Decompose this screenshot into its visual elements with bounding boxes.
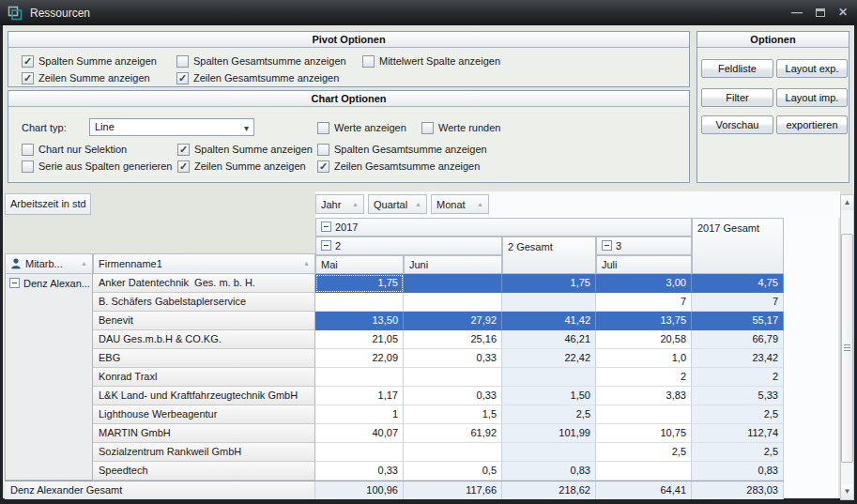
checkbox-chart-spalten-gesamtsumme[interactable]: ✓ Spalten Gesamtsumme anzeigen bbox=[317, 143, 487, 156]
vertical-scrollbar[interactable]: ▲ ▼ bbox=[840, 194, 854, 500]
exportieren-button[interactable]: exportieren bbox=[776, 115, 848, 134]
value-cell[interactable]: 55,17 bbox=[692, 312, 784, 330]
row-header-cell[interactable]: Konrad Traxl bbox=[93, 368, 315, 387]
checkbox-pivot-spalten-gesamtsumme[interactable]: ✓ Spalten Gesamtsumme anzeigen bbox=[176, 54, 346, 68]
field-button-firmenname[interactable]: Firmenname1 ▲ bbox=[93, 253, 315, 274]
value-cell[interactable]: 10,75 bbox=[596, 424, 692, 443]
col-group-q2[interactable]: 2 bbox=[315, 237, 502, 255]
value-cell[interactable]: 46,21 bbox=[502, 330, 596, 349]
checkbox-chart-zeilen-summe[interactable]: ✓ Zeilen Summe anzeigen bbox=[177, 160, 306, 173]
value-cell[interactable] bbox=[404, 293, 502, 312]
row-header-cell[interactable]: Lighthouse Werbeagentur bbox=[93, 405, 315, 424]
value-cell[interactable]: 66,79 bbox=[692, 330, 784, 349]
layout-export-button[interactable]: Layout exp. bbox=[776, 59, 848, 78]
scrollbar-thumb[interactable] bbox=[841, 234, 853, 463]
collapse-icon[interactable] bbox=[321, 221, 331, 232]
value-cell[interactable]: 0,83 bbox=[692, 462, 784, 481]
value-cell[interactable]: 1,5 bbox=[404, 405, 502, 424]
col-juni[interactable]: Juni bbox=[404, 255, 502, 274]
row-header-cell[interactable]: DAU Ges.m.b.H & CO.KG. bbox=[93, 330, 315, 349]
row-header-cell[interactable]: Speedtech bbox=[93, 462, 315, 481]
value-cell[interactable]: 27,92 bbox=[404, 312, 502, 330]
value-cell[interactable]: 112,74 bbox=[692, 424, 784, 443]
value-cell[interactable] bbox=[404, 368, 502, 387]
value-cell[interactable]: 101,99 bbox=[502, 424, 596, 443]
collapse-icon[interactable] bbox=[602, 240, 612, 251]
value-cell[interactable]: 23,42 bbox=[692, 349, 784, 368]
value-cell[interactable]: 61,92 bbox=[404, 424, 502, 443]
row-header-cell[interactable]: Anker Datentechnik Ges. m. b. H. bbox=[93, 274, 315, 293]
checkbox-pivot-zeilen-gesamtsumme[interactable]: ✓ Zeilen Gesamtsumme anzeigen bbox=[176, 71, 339, 84]
row-header-cell[interactable]: Benevit bbox=[93, 312, 315, 330]
value-cell[interactable]: 1,75 bbox=[315, 274, 404, 293]
value-cell[interactable]: 41,42 bbox=[502, 312, 596, 330]
value-cell[interactable]: 22,09 bbox=[315, 349, 404, 368]
field-button-quartal[interactable]: Quartal ▲ bbox=[368, 194, 427, 214]
col-juli[interactable]: Juli bbox=[596, 255, 692, 274]
row-header-cell[interactable]: B. Schäfers Gabelstaplerservice bbox=[93, 293, 315, 312]
value-cell[interactable] bbox=[596, 405, 692, 424]
value-cell[interactable]: 20,58 bbox=[596, 330, 692, 349]
field-button-jahr[interactable]: Jahr ▲ bbox=[315, 194, 364, 214]
value-cell[interactable]: 3,00 bbox=[596, 274, 692, 293]
col-group-2017[interactable]: 2017 bbox=[315, 218, 692, 237]
value-cell[interactable]: 40,07 bbox=[315, 424, 404, 443]
value-cell[interactable] bbox=[315, 443, 404, 462]
value-cell[interactable] bbox=[315, 293, 404, 312]
row-header-cell[interactable]: MARTIN GmbH bbox=[93, 424, 315, 443]
value-cell[interactable] bbox=[404, 274, 502, 293]
value-cell[interactable]: 25,16 bbox=[404, 330, 502, 349]
value-cell[interactable]: 0,5 bbox=[404, 462, 502, 481]
vorschau-button[interactable]: Vorschau bbox=[701, 115, 773, 134]
checkbox-chart-spalten-summe[interactable]: ✓ Spalten Summe anzeigen bbox=[177, 143, 313, 156]
value-cell[interactable]: 1,75 bbox=[502, 274, 596, 293]
field-button-monat[interactable]: Monat ▲ bbox=[431, 194, 489, 214]
value-cell[interactable]: 1,50 bbox=[502, 387, 596, 405]
value-cell[interactable]: 2,5 bbox=[692, 405, 784, 424]
value-cell[interactable]: 7 bbox=[596, 293, 692, 312]
close-button[interactable]: ✕ bbox=[838, 0, 848, 25]
row-header-cell[interactable]: Sozialzentrum Rankweil GmbH bbox=[93, 443, 315, 462]
checkbox-pivot-mittelwert[interactable]: ✓ Mittelwert Spalte anzeigen bbox=[362, 54, 500, 68]
value-cell[interactable] bbox=[502, 443, 596, 462]
value-cell[interactable]: 5,33 bbox=[692, 387, 784, 405]
value-cell[interactable] bbox=[502, 293, 596, 312]
value-cell[interactable]: 2,5 bbox=[692, 443, 784, 462]
col-mai[interactable]: Mai bbox=[315, 255, 404, 274]
maximize-button[interactable] bbox=[816, 0, 825, 25]
col-group-q3[interactable]: 3 bbox=[596, 237, 692, 255]
data-field-button[interactable]: Arbeitszeit in std bbox=[5, 193, 91, 215]
chart-type-select[interactable]: Line ▾ bbox=[89, 118, 254, 136]
checkbox-werte-anzeigen[interactable]: ✓ Werte anzeigen bbox=[317, 121, 406, 134]
value-cell[interactable]: 4,75 bbox=[692, 274, 784, 293]
value-cell[interactable]: 0,33 bbox=[404, 387, 502, 405]
checkbox-serie-aus-spalten[interactable]: ✓ Serie aus Spalten generieren bbox=[22, 160, 172, 173]
value-cell[interactable]: 1 bbox=[315, 405, 404, 424]
checkbox-pivot-spalten-summe[interactable]: ✓ Spalten Summe anzeigen bbox=[22, 54, 157, 68]
filter-button[interactable]: Filter bbox=[701, 88, 773, 107]
row-header-cell[interactable]: L&K Land- und Kraftfahrzeugtechnik GmbH bbox=[93, 387, 315, 405]
value-cell[interactable] bbox=[596, 462, 692, 481]
checkbox-chart-nur-selektion[interactable]: ✓ Chart nur Selektion bbox=[22, 143, 127, 156]
minimize-button[interactable]: — bbox=[791, 0, 803, 25]
value-cell[interactable]: 13,50 bbox=[315, 312, 404, 330]
value-cell[interactable]: 0,33 bbox=[404, 349, 502, 368]
value-cell[interactable] bbox=[315, 368, 404, 387]
feldliste-button[interactable]: Feldliste bbox=[701, 59, 773, 78]
value-cell[interactable]: 2 bbox=[596, 368, 692, 387]
field-button-mitarbeiter[interactable]: Mitarb... ▲ bbox=[5, 253, 93, 274]
collapse-icon[interactable] bbox=[321, 240, 331, 251]
scroll-down-button[interactable]: ▼ bbox=[841, 484, 853, 499]
value-cell[interactable]: 22,42 bbox=[502, 349, 596, 368]
value-cell[interactable] bbox=[404, 443, 502, 462]
col-q2-gesamt[interactable]: 2 Gesamt bbox=[502, 237, 596, 274]
row-group-denz[interactable]: Denz Alexan... bbox=[5, 274, 93, 481]
checkbox-chart-zeilen-gesamtsumme[interactable]: ✓ Zeilen Gesamtsumme anzeigen bbox=[317, 160, 480, 173]
checkbox-pivot-zeilen-summe[interactable]: ✓ Zeilen Summe anzeigen bbox=[22, 71, 150, 84]
col-2017-gesamt[interactable]: 2017 Gesamt bbox=[692, 218, 784, 274]
collapse-icon[interactable] bbox=[9, 278, 20, 288]
value-cell[interactable]: 13,75 bbox=[596, 312, 692, 330]
value-cell[interactable]: 1,17 bbox=[315, 387, 404, 405]
value-cell[interactable]: 2,5 bbox=[596, 443, 692, 462]
checkbox-werte-runden[interactable]: ✓ Werte runden bbox=[421, 121, 500, 134]
